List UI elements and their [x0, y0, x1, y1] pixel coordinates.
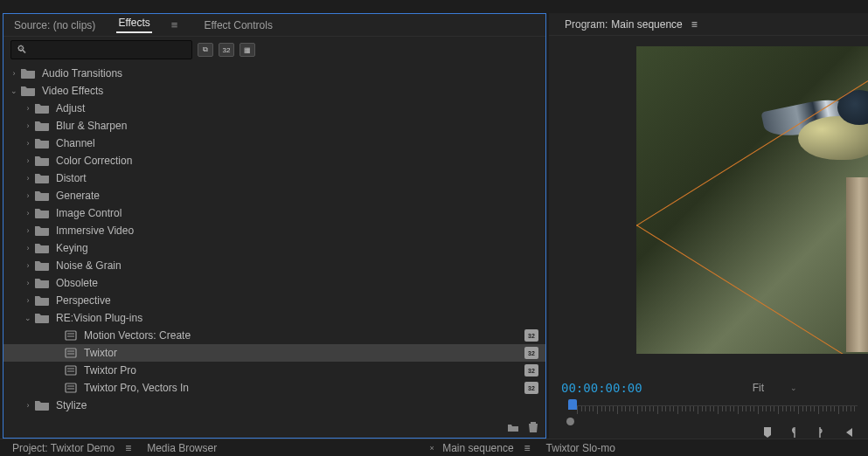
tree-item-folder[interactable]: ›Channel [3, 135, 545, 152]
tree-item-effect[interactable]: Twixtor32 [3, 344, 545, 362]
folder-icon [21, 67, 37, 79]
row-label: Color Correction [56, 155, 538, 167]
loop-indicator[interactable] [566, 418, 574, 425]
disclosure-caret[interactable]: › [23, 279, 33, 287]
folder-icon [35, 207, 51, 219]
row-label: Blur & Sharpen [56, 120, 538, 132]
close-icon[interactable]: × [427, 444, 437, 453]
preset-icon [65, 382, 79, 394]
row-label: Distort [56, 172, 538, 184]
preset-icon [65, 347, 79, 359]
tab-source[interactable]: Source: (no clips) [12, 19, 97, 31]
filter-yuv-icon[interactable]: ▦ [240, 43, 255, 57]
tree-item-folder[interactable]: ›Time [3, 414, 545, 418]
disclosure-caret[interactable]: › [23, 139, 33, 148]
search-box[interactable]: 🔍︎ [10, 40, 192, 59]
effect-32bit-badge: 32 [524, 347, 538, 359]
effects-tree[interactable]: ›Audio Transitions⌄Video Effects›Adjust›… [3, 63, 545, 418]
tree-item-folder[interactable]: ⌄Video Effects [3, 82, 545, 100]
row-label: Motion Vectors: Create [84, 329, 521, 342]
bottom-panel-tabs: Project: Twixtor Demo≡ Media Browser ×Ma… [0, 439, 868, 456]
program-monitor[interactable] [636, 46, 868, 354]
disclosure-caret[interactable]: › [23, 244, 33, 252]
row-label: Noise & Grain [56, 259, 538, 272]
search-input[interactable] [31, 44, 186, 56]
row-label: Generate [56, 190, 538, 202]
tree-item-folder[interactable]: ›Perspective [3, 292, 545, 309]
row-label: Twixtor Pro, Vectors In [84, 382, 521, 394]
row-label: Time [56, 417, 538, 418]
tree-item-folder[interactable]: ›Adjust [3, 100, 545, 117]
trash-icon[interactable] [528, 421, 538, 436]
effect-32bit-badge: 32 [524, 364, 538, 377]
panel-menu-icon[interactable]: ≡ [524, 442, 531, 454]
tree-item-effect[interactable]: Twixtor Pro, Vectors In32 [3, 379, 545, 397]
folder-icon [35, 225, 51, 237]
svg-rect-2 [66, 366, 76, 375]
disclosure-caret[interactable]: › [23, 104, 33, 113]
panel-menu-icon[interactable]: ≡ [171, 18, 178, 31]
program-menu-icon[interactable]: ≡ [691, 18, 698, 31]
folder-icon [35, 242, 51, 254]
row-label: Stylize [56, 399, 538, 411]
filter-accelerated-icon[interactable]: ⧉ [198, 43, 213, 57]
tree-item-folder[interactable]: ›Generate [3, 187, 545, 204]
row-label: Video Effects [42, 85, 538, 97]
folder-icon [21, 85, 37, 97]
folder-icon [35, 137, 51, 149]
tree-item-folder[interactable]: ›Obsolete [3, 274, 545, 292]
tree-item-folder[interactable]: ›Color Correction [3, 152, 545, 169]
tab-timeline-main[interactable]: ×Main sequence≡ [427, 442, 530, 454]
program-panel: Program: Main sequence ≡ 00:0 [549, 13, 868, 439]
tree-item-folder[interactable]: ›Audio Transitions [3, 65, 545, 82]
disclosure-caret[interactable]: › [23, 191, 33, 200]
disclosure-caret[interactable]: ⌄ [23, 314, 33, 322]
tab-effects[interactable]: Effects [116, 17, 151, 33]
disclosure-caret[interactable]: › [23, 401, 33, 410]
tree-item-folder[interactable]: ›Blur & Sharpen [3, 117, 545, 135]
tree-item-folder[interactable]: ›Noise & Grain [3, 257, 545, 274]
disclosure-caret[interactable]: ⌄ [9, 86, 19, 95]
svg-rect-1 [66, 349, 76, 357]
new-bin-icon[interactable] [507, 422, 519, 435]
program-timeline-ruler[interactable] [559, 402, 858, 419]
svg-rect-3 [66, 383, 76, 392]
playhead-timecode[interactable]: 00:00:00:00 [561, 381, 642, 395]
preset-icon [65, 364, 79, 377]
tree-item-revision[interactable]: ⌄RE:Vision Plug-ins [3, 309, 545, 327]
disclosure-caret[interactable]: › [23, 226, 33, 235]
disclosure-caret[interactable]: › [23, 261, 33, 270]
row-label: Adjust [56, 102, 538, 114]
filter-32bit-icon[interactable]: 32 [219, 43, 234, 57]
tab-effect-controls[interactable]: Effect Controls [202, 19, 274, 31]
row-label: Twixtor Pro [84, 364, 521, 377]
disclosure-caret[interactable]: › [23, 296, 33, 305]
search-icon: 🔍︎ [17, 44, 27, 56]
tree-item-folder[interactable]: ›Immersive Video [3, 222, 545, 239]
tree-item-folder[interactable]: ›Stylize [3, 397, 545, 414]
disclosure-caret[interactable]: › [23, 156, 33, 165]
folder-icon [35, 190, 51, 202]
row-label: Immersive Video [56, 225, 538, 237]
tab-project[interactable]: Project: Twixtor Demo≡ [12, 442, 131, 454]
folder-icon [35, 312, 51, 324]
tree-item-folder[interactable]: ›Keying [3, 239, 545, 257]
zoom-select[interactable]: Fit ⌄ [747, 382, 802, 394]
disclosure-caret[interactable]: › [9, 69, 19, 78]
disclosure-caret[interactable]: › [23, 174, 33, 183]
disclosure-caret[interactable]: › [23, 209, 33, 218]
disclosure-caret[interactable]: › [23, 121, 33, 130]
row-label: Image Control [56, 207, 538, 219]
tree-item-effect[interactable]: Motion Vectors: Create32 [3, 327, 545, 344]
tab-media-browser[interactable]: Media Browser [147, 442, 217, 454]
tree-item-folder[interactable]: ›Distort [3, 169, 545, 187]
tree-item-folder[interactable]: ›Image Control [3, 204, 545, 222]
tab-timeline-twixtor[interactable]: Twixtor Slo-mo [546, 442, 615, 454]
folder-icon [35, 399, 51, 411]
tree-item-effect[interactable]: Twixtor Pro32 [3, 362, 545, 379]
program-title-name: Main sequence [611, 18, 682, 31]
panel-menu-icon[interactable]: ≡ [125, 442, 131, 454]
playhead-handle[interactable] [568, 399, 577, 410]
folder-icon [35, 120, 51, 132]
effect-32bit-badge: 32 [524, 382, 538, 394]
